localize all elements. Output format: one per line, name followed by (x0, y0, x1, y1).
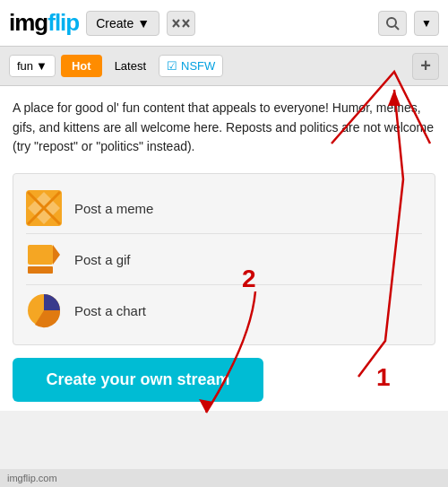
post-chart-option[interactable]: Post a chart (26, 285, 422, 335)
add-icon: + (420, 56, 431, 76)
create-label: Create (96, 16, 134, 30)
meme-icon (26, 190, 62, 226)
main-content: A place for good ol' fun content that ap… (0, 86, 448, 411)
create-stream-button[interactable]: Create your own stream (13, 358, 263, 402)
post-meme-label: Post a meme (74, 201, 153, 216)
filter-latest-button[interactable]: Latest (108, 55, 153, 77)
add-filter-button[interactable]: + (412, 53, 439, 80)
svg-point-4 (387, 18, 396, 27)
header-dropdown-arrow-icon: ▼ (421, 17, 432, 30)
filter-fun-button[interactable]: fun ▼ (9, 55, 56, 77)
create-arrow-icon: ▼ (137, 16, 150, 30)
shuffle-icon (172, 16, 190, 30)
footer: imgflip.com (0, 469, 448, 487)
footer-text: imgflip.com (7, 473, 57, 483)
post-chart-label: Post a chart (74, 303, 146, 318)
shuffle-button[interactable] (167, 11, 195, 36)
post-options-container: Post a meme Post a gif Post a chart (13, 173, 435, 345)
create-button[interactable]: Create ▼ (86, 11, 159, 36)
filter-bar: fun ▼ Hot Latest ☑ NSFW + (0, 47, 448, 86)
fun-arrow-icon: ▼ (36, 59, 47, 73)
header-dropdown-button[interactable]: ▼ (414, 11, 439, 36)
nsfw-label: NSFW (181, 59, 215, 73)
nsfw-checkbox-icon: ☑ (167, 59, 177, 73)
stream-description: A place for good ol' fun content that ap… (13, 99, 435, 157)
post-gif-label: Post a gif (74, 252, 131, 267)
svg-rect-12 (28, 266, 53, 274)
gif-icon (26, 241, 62, 277)
search-button[interactable] (378, 11, 407, 36)
post-gif-option[interactable]: Post a gif (26, 234, 422, 285)
filter-nsfw-toggle[interactable]: ☑ NSFW (159, 55, 223, 77)
fun-label: fun (17, 59, 33, 73)
svg-marker-11 (53, 245, 60, 265)
filter-hot-button[interactable]: Hot (61, 55, 102, 77)
post-meme-option[interactable]: Post a meme (26, 183, 422, 234)
chart-icon (26, 292, 62, 328)
search-icon (385, 16, 400, 30)
app-logo: imgflip (9, 9, 79, 37)
svg-line-5 (395, 26, 399, 30)
svg-rect-10 (28, 245, 53, 265)
logo-img-text: img (9, 9, 47, 36)
app-header: imgflip Create ▼ ▼ (0, 0, 448, 47)
logo-flip-text: flip (47, 9, 79, 36)
